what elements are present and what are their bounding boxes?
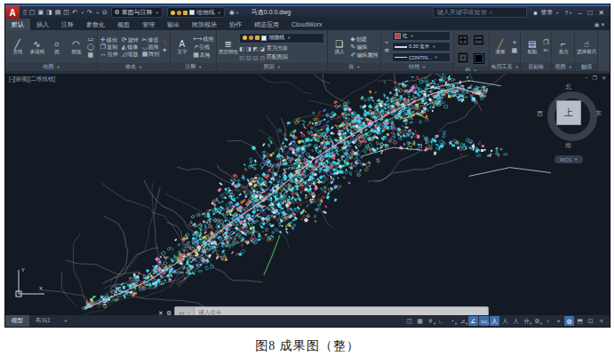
wcs-dropdown[interactable]: WCS ▼	[555, 155, 583, 163]
linetype-dropdown[interactable]: CONTIN...▼	[392, 52, 451, 62]
hardware-accel-icon[interactable]: ◍	[564, 316, 574, 326]
autoscale-icon[interactable]: 人	[500, 316, 510, 326]
workspace-dropdown[interactable]: ⚙ 草图与注释 ▼	[111, 7, 163, 18]
leader-button[interactable]: ↗引线	[193, 44, 210, 51]
command-input[interactable]: ▭ ▼ 键入命令	[174, 306, 489, 315]
edit-attributes-button[interactable]: ✐编辑属性	[350, 51, 378, 59]
erase-icon[interactable]: ╲	[163, 39, 166, 46]
ribbon-tab-协作[interactable]: 协作	[223, 19, 248, 30]
lineweight-dropdown[interactable]: 0.30 毫米▼	[392, 42, 451, 51]
eye-icon[interactable]: ◉	[229, 9, 235, 16]
osnap-icon[interactable]: ∠	[468, 316, 478, 326]
object-color-dropdown[interactable]: 红▼	[392, 31, 451, 41]
help-search-input[interactable]: 键入关键字或短语 ⌕	[433, 7, 527, 18]
close-button[interactable]: ✕	[598, 9, 604, 17]
isodraft-icon[interactable]: ⊿▼	[458, 316, 467, 326]
viewcube[interactable]: 北 南 西 东 上 WCS ▼	[540, 84, 604, 166]
app-logo[interactable]: A	[5, 6, 20, 19]
annotation-scale-icon[interactable]: 人	[511, 316, 521, 326]
scale-button[interactable]: ◿缩放	[122, 51, 139, 58]
move-button[interactable]: ✛移动	[100, 36, 118, 44]
quick-calc-icon[interactable]: ▦	[512, 47, 518, 54]
text-button[interactable]: A文字	[173, 39, 190, 54]
grid-icon[interactable]: ▦	[415, 316, 425, 326]
tab-layout1[interactable]: 布局1	[29, 315, 57, 327]
copy-clip-icon[interactable]: ❐	[543, 39, 548, 46]
layer-tool-icon[interactable]: ◰	[239, 54, 244, 60]
ortho-icon[interactable]: ∟	[436, 316, 446, 326]
match-layer-label[interactable]: 匹配图层	[267, 53, 288, 61]
command-customize-icon[interactable]: ⚙	[166, 310, 172, 316]
ribbon-tab-管理[interactable]: 管理	[136, 19, 161, 30]
dynamic-input-icon[interactable]: ▭▼	[479, 316, 489, 326]
panel-footer-特性[interactable]: 特性▼	[381, 63, 453, 71]
undo-icon[interactable]: ↶	[72, 9, 77, 16]
stretch-button[interactable]: ↔拉伸	[100, 51, 118, 58]
id-point-icon[interactable]: ⌖	[513, 39, 516, 46]
tab-model[interactable]: 模型	[5, 315, 29, 327]
panel-footer-剪贴板[interactable]: 剪贴板	[521, 63, 551, 71]
layer-tool-icon[interactable]: ◪	[260, 45, 265, 51]
layer-properties-button[interactable]: ≣图层特性	[220, 39, 236, 54]
panel-footer-修改[interactable]: 修改▼	[98, 63, 170, 71]
ribbon-tab-插入[interactable]: 插入	[30, 19, 55, 30]
base-point-button[interactable]: ⌐基点	[555, 39, 571, 54]
ribbon-tab-输出[interactable]: 输出	[161, 19, 186, 30]
isolate-objects-icon[interactable]: ⌖	[554, 316, 563, 326]
viewcube-south[interactable]: 南	[565, 141, 571, 150]
sign-in-button[interactable]: ☻ 登录 ▼	[532, 8, 559, 17]
layer-dropdown[interactable]: 地物线▼	[239, 33, 324, 44]
panel-footer-绘图[interactable]: 绘图▼	[6, 63, 97, 71]
paste-button[interactable]: ▤粘贴	[523, 39, 540, 54]
select-mode-button[interactable]: ☝选择模式	[578, 39, 595, 54]
help-icon[interactable]: ?	[564, 10, 568, 16]
settings-gear-icon[interactable]: ⚙▼	[532, 316, 542, 326]
match-properties-icon[interactable]: ⌁	[385, 39, 388, 46]
panel-footer-触摸[interactable]: 触摸	[575, 63, 597, 71]
group-icon[interactable]: ⊞	[457, 31, 468, 48]
viewcube-north[interactable]: 北	[565, 83, 571, 91]
edit-block-button[interactable]: ✎编辑	[350, 44, 367, 51]
group-manager-icon[interactable]: ▣	[472, 49, 485, 66]
layer-tool-icon[interactable]: ◲	[253, 54, 259, 60]
create-block-button[interactable]: ◈创建	[350, 36, 366, 43]
add-layout-button[interactable]: ＋	[57, 315, 76, 327]
minimize-button[interactable]: –	[578, 9, 581, 17]
ribbon-tab-注释[interactable]: 注释	[55, 19, 80, 30]
command-close-icon[interactable]: ✕	[158, 310, 164, 316]
explode-icon[interactable]: ✶	[162, 47, 167, 54]
trim-button[interactable]: ✂修剪	[142, 36, 160, 44]
circle-button[interactable]: ○圆	[48, 39, 65, 54]
crosshair-icon[interactable]: ＋	[543, 316, 553, 326]
mirror-button[interactable]: ◭镜像	[122, 44, 139, 51]
maximize-button[interactable]: □	[587, 9, 592, 17]
line-button[interactable]: ╱直线	[9, 39, 26, 54]
model-paper-toggle-icon[interactable]: ◫	[404, 316, 414, 326]
layer-tool-icon[interactable]: ◧	[239, 45, 244, 51]
ribbon-tab-视图[interactable]: 视图	[111, 19, 136, 30]
panel-footer-注释[interactable]: 注释▼	[171, 63, 216, 71]
viewcube-west[interactable]: 西	[537, 109, 543, 118]
panel-footer-图层[interactable]: 图层▼	[217, 63, 327, 71]
panel-footer-块[interactable]: 块▼	[328, 63, 380, 71]
save-icon[interactable]: ▣	[37, 9, 44, 16]
drawing-close-button[interactable]: ✕	[602, 75, 606, 81]
snap-icon[interactable]: ⩨▼	[426, 316, 435, 326]
quick-layer-dropdown[interactable]: 地物线 ▼	[167, 7, 225, 18]
drawing-restore-button[interactable]: ❐	[593, 75, 597, 81]
annotation-visibility-icon[interactable]: 人	[490, 316, 499, 326]
ribbon-tab-CloudWorx[interactable]: CloudWorx	[285, 19, 329, 30]
hatch-icon[interactable]: ▦	[88, 51, 94, 59]
new-file-icon[interactable]: ▯	[23, 9, 27, 16]
ellipse-icon[interactable]: ◯	[87, 44, 94, 51]
bylayer-list-icon[interactable]: ≋	[384, 47, 389, 54]
rotate-button[interactable]: ⟳旋转	[122, 36, 139, 44]
layer-tool-icon[interactable]: ◨	[246, 45, 252, 51]
array-button[interactable]: ▦阵列	[142, 51, 160, 58]
fillet-button[interactable]: ◡圆角	[142, 44, 160, 51]
viewport-max-icon[interactable]: ⊡	[586, 316, 595, 326]
polar-tracking-icon[interactable]: ◔▼	[447, 316, 457, 326]
redo-icon[interactable]: ↷	[87, 9, 92, 16]
ribbon-tab-参数化[interactable]: 参数化	[80, 19, 111, 30]
preview-icon[interactable]: ◫	[63, 9, 69, 16]
